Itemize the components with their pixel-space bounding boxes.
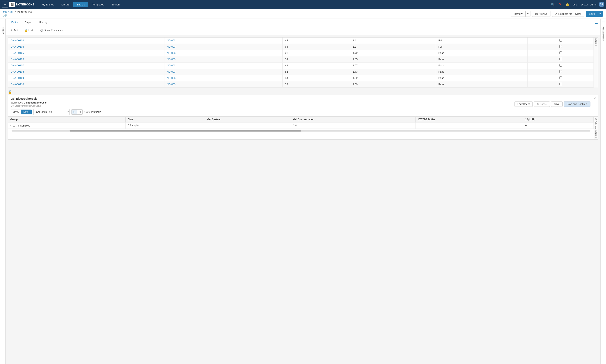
nd-link[interactable]: ND-003 xyxy=(167,52,176,54)
lock-sheet-button[interactable]: Lock Sheet xyxy=(514,102,533,107)
user-lang: esp xyxy=(573,3,577,6)
breadcrumb-separator: > xyxy=(14,10,16,13)
worksheet-save-button[interactable]: Save xyxy=(551,102,563,107)
comment-icon: 💬 xyxy=(41,29,43,32)
pencil-icon: ✎ xyxy=(11,29,13,32)
search-icon[interactable]: 🔍 xyxy=(551,3,555,6)
editor-content: DNA-00103 ND-003 45 1.4 Fail DNA-00104 xyxy=(6,35,600,364)
user-info: esp | system admin SA xyxy=(573,2,604,7)
row-expand-icon[interactable]: › xyxy=(10,124,11,127)
dna-link[interactable]: DNA-00110 xyxy=(11,83,24,86)
back-button[interactable]: ← xyxy=(2,1,8,8)
col-gel-system: Gel System xyxy=(205,117,291,122)
cache-button[interactable]: ↻ Cache xyxy=(534,102,550,107)
filters-label-bottom[interactable]: ▽ Filters xyxy=(594,130,597,139)
worksheet-controls: Lock Sheet ↻ Cache Save Save and Continu… xyxy=(514,102,595,107)
lock-button[interactable]: 🔒 Lock xyxy=(22,28,36,33)
dna-link[interactable]: DNA-00108 xyxy=(11,70,24,73)
next-button[interactable]: Next › xyxy=(21,110,32,114)
row-checkbox[interactable] xyxy=(559,39,562,41)
user-name: system admin xyxy=(581,3,597,6)
row-checkbox[interactable] xyxy=(559,52,562,54)
protocol-select[interactable]: Gel Setup - (5) xyxy=(33,109,70,115)
ws-row-checkbox[interactable] xyxy=(13,124,15,127)
scrollbar-thumb[interactable] xyxy=(69,130,301,131)
gel-system-cell xyxy=(205,122,291,129)
brand-name: NOTEBOOKS xyxy=(16,3,34,6)
chevron-right-icon: › xyxy=(29,111,29,113)
dna-link[interactable]: DNA-00107 xyxy=(11,64,24,67)
nd-link[interactable]: ND-003 xyxy=(167,58,176,61)
tab-bar: Editor Report History ☰ xyxy=(6,19,600,26)
data-table: DNA-00103 ND-003 45 1.4 Fail DNA-00104 xyxy=(8,38,594,88)
nav-my-entries[interactable]: My Entries xyxy=(38,2,57,7)
list-view-button[interactable]: ⊟ xyxy=(77,109,83,115)
row-checkbox[interactable] xyxy=(559,64,562,66)
nav-search[interactable]: Search xyxy=(108,2,123,7)
worksheet-table: Group DNA Gel System Gel Concentration 1… xyxy=(8,117,594,129)
nav-entries[interactable]: Entries xyxy=(73,2,88,7)
save-button[interactable]: Save xyxy=(586,11,598,17)
breadcrumb-parent-link[interactable]: PE R&D xyxy=(3,10,13,13)
avatar[interactable]: SA xyxy=(599,2,604,7)
dna-link[interactable]: DNA-00104 xyxy=(11,45,24,48)
show-comments-button[interactable]: 💬 Show Comments xyxy=(38,28,65,33)
grid-view-button[interactable]: ⊞ xyxy=(71,109,77,115)
dna-link[interactable]: DNA-00106 xyxy=(11,58,24,61)
list-view-toggle-icon[interactable]: ☰ xyxy=(601,20,606,26)
expand-icon[interactable]: ⤢ xyxy=(594,97,596,100)
notification-icon[interactable]: 🔔 xyxy=(565,3,569,6)
worksheet-table-area: Group DNA Gel System Gel Concentration 1… xyxy=(8,117,598,139)
nav-items: My Entries Library Entries Templates Sea… xyxy=(38,2,551,7)
prev-button[interactable]: ‹ Prev xyxy=(11,110,21,114)
table-row: DNA-00103 ND-003 45 1.4 Fail xyxy=(8,38,594,44)
edit-button[interactable]: ✎ Edit xyxy=(8,28,20,33)
nav-library[interactable]: Library xyxy=(58,2,73,7)
dna-link[interactable]: DNA-00109 xyxy=(11,77,24,79)
nd-link[interactable]: ND-003 xyxy=(167,39,176,42)
nd-link[interactable]: ND-003 xyxy=(167,64,176,67)
row-checkbox[interactable] xyxy=(559,58,562,60)
ws-table-side: ⦿ Columns ▽ Filters xyxy=(594,117,598,139)
worksheet-table-wrapper: Group DNA Gel System Gel Concentration 1… xyxy=(8,117,598,139)
review-dropdown-button[interactable]: ▾ xyxy=(525,11,530,17)
pip-cell: 0 xyxy=(523,122,594,129)
tab-history[interactable]: History xyxy=(36,19,50,26)
breadcrumb-link-icon[interactable]: 🔗 xyxy=(3,13,32,17)
nd-link[interactable]: ND-003 xyxy=(167,45,176,48)
archive-button[interactable]: 🗃 Archive xyxy=(532,11,551,17)
worksheet-label: Worksheet: xyxy=(11,101,23,104)
tab-report[interactable]: Report xyxy=(21,19,36,26)
worksheet-desc: Gel Electrophoresis: Gel Setup xyxy=(11,104,41,107)
worksheet-header: Gel Electrophoresis Worksheet: Gel Elect… xyxy=(8,95,598,117)
nav-templates[interactable]: Templates xyxy=(89,2,107,7)
save-and-continue-button[interactable]: Save and Continue xyxy=(564,102,591,107)
row-checkbox[interactable] xyxy=(559,45,562,48)
tab-editor[interactable]: Editor xyxy=(8,19,21,26)
cache-icon: ↻ xyxy=(537,103,539,105)
nd-link[interactable]: ND-003 xyxy=(167,77,176,79)
columns-label[interactable]: ⦿ Columns xyxy=(594,117,597,130)
scrollbar-track[interactable] xyxy=(12,130,591,131)
nd-link[interactable]: ND-003 xyxy=(167,70,176,73)
widgets-palette-label[interactable]: Widgets Palette xyxy=(602,26,604,40)
widgets-palette-toggle-icon[interactable]: ☰ xyxy=(595,20,598,25)
save-dropdown-button[interactable]: ▾ xyxy=(598,11,603,17)
prev-next-nav: ‹ Prev Next › xyxy=(11,110,32,114)
expand-worksheet-button[interactable]: ⤢ xyxy=(594,97,596,100)
filters-label-top[interactable]: ▽ Filters xyxy=(594,38,597,47)
hamburger-icon[interactable]: ☰ xyxy=(0,20,5,26)
dna-link[interactable]: DNA-00105 xyxy=(11,52,24,54)
dna-link[interactable]: DNA-00103 xyxy=(11,39,24,42)
request-review-button[interactable]: ↗ Request for Review xyxy=(552,11,584,17)
group-name: All Samples xyxy=(16,124,30,127)
table-side-filters: ▽ Filters xyxy=(594,38,598,88)
help-icon[interactable]: ❓ xyxy=(558,3,562,6)
nd-link[interactable]: ND-003 xyxy=(167,83,176,86)
details-label[interactable]: Details xyxy=(2,27,4,34)
row-checkbox[interactable] xyxy=(559,77,562,79)
row-checkbox[interactable] xyxy=(559,70,562,73)
row-checkbox[interactable] xyxy=(559,83,562,85)
review-button[interactable]: Review xyxy=(511,11,525,17)
data-table-section: DNA-00103 ND-003 45 1.4 Fail DNA-00104 xyxy=(8,37,598,88)
